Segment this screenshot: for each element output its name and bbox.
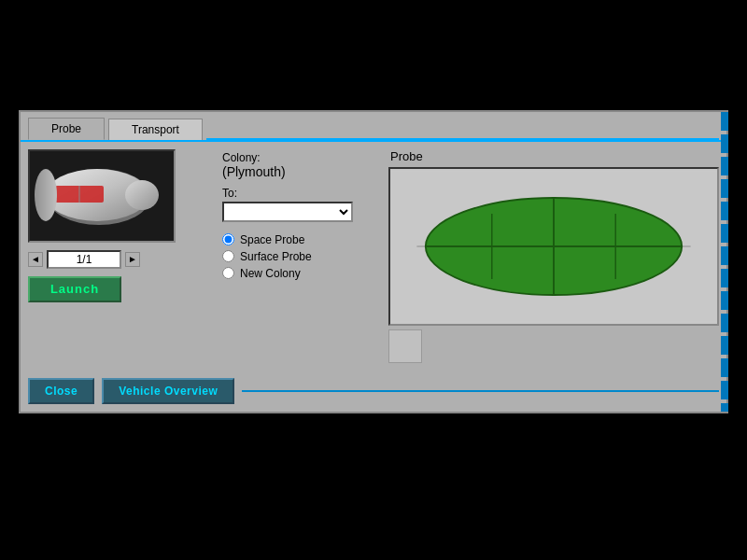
radio-surface-probe-input[interactable] xyxy=(222,250,234,262)
destination-select[interactable] xyxy=(222,202,353,222)
probe-image xyxy=(28,149,176,243)
radio-space-probe[interactable]: Space Probe xyxy=(222,233,381,246)
tab-probe[interactable]: Probe xyxy=(28,118,105,140)
radio-surface-probe[interactable]: Surface Probe xyxy=(222,250,381,263)
radio-surface-probe-label: Surface Probe xyxy=(240,250,312,263)
tab-transport[interactable]: Transport xyxy=(108,119,203,140)
right-panel: Probe xyxy=(388,149,719,363)
to-label: To: xyxy=(222,187,381,200)
nav-input[interactable] xyxy=(47,250,121,269)
svg-point-5 xyxy=(35,169,57,221)
probe-view-title: Probe xyxy=(390,149,719,163)
radio-group: Space Probe Surface Probe New Colony xyxy=(222,233,381,280)
prev-arrow[interactable]: ◄ xyxy=(28,252,43,267)
next-arrow[interactable]: ► xyxy=(125,252,140,267)
middle-panel: Colony: (Plymouth) To: Space Probe Su xyxy=(222,149,381,363)
content-row: ◄ ► Launch Colony: (Plymouth) To: xyxy=(28,149,719,363)
probe-thumbnail xyxy=(388,329,422,363)
bottom-line xyxy=(242,390,719,392)
probe-diagram-svg xyxy=(390,169,717,324)
launch-button[interactable]: Launch xyxy=(28,276,121,302)
radio-new-colony[interactable]: New Colony xyxy=(222,267,381,280)
radio-new-colony-input[interactable] xyxy=(222,267,234,279)
vehicle-overview-button[interactable]: Vehicle Overview xyxy=(102,378,234,404)
bottom-bar: Close Vehicle Overview xyxy=(21,371,726,412)
radio-new-colony-label: New Colony xyxy=(240,267,301,280)
dropdown-row xyxy=(222,202,381,222)
dialog-content: ◄ ► Launch Colony: (Plymouth) To: xyxy=(21,140,726,371)
radio-space-probe-label: Space Probe xyxy=(240,233,304,246)
colony-name: (Plymouth) xyxy=(222,164,381,179)
left-panel: ◄ ► Launch xyxy=(28,149,215,363)
probe-view xyxy=(388,167,719,326)
radio-space-probe-input[interactable] xyxy=(222,233,234,245)
tab-line xyxy=(206,138,719,140)
colony-label: Colony: xyxy=(222,151,381,164)
tab-bar: Probe Transport xyxy=(21,112,726,140)
svg-point-2 xyxy=(125,180,159,210)
main-dialog: Probe Transport xyxy=(19,110,728,413)
probe-image-svg xyxy=(32,154,172,238)
right-blue-bar xyxy=(721,112,728,412)
nav-row: ◄ ► xyxy=(28,250,140,269)
close-button[interactable]: Close xyxy=(28,378,94,404)
